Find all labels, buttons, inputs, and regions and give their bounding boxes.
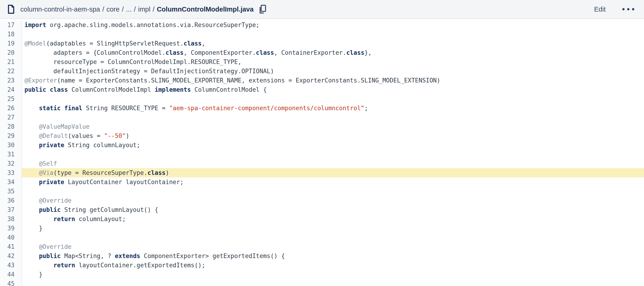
code-text: @Via(type = ResourceSuperType.class) (22, 168, 644, 178)
line-number[interactable]: 28 (0, 122, 22, 131)
code-text: static final String RESOURCE_TYPE = "aem… (22, 104, 644, 113)
code-line: 26 static final String RESOURCE_TYPE = "… (0, 104, 644, 113)
line-number[interactable]: 44 (0, 270, 22, 279)
line-number[interactable]: 33 (0, 168, 22, 178)
code-text: private LayoutContainer layoutContainer; (22, 178, 644, 187)
ellipsis-dot (632, 8, 634, 10)
code-text: @Override (22, 196, 644, 205)
breadcrumb-segment[interactable]: column-control-in-aem-spa (20, 6, 100, 13)
code-line: 44 } (0, 270, 644, 279)
breadcrumb-separator: / (120, 6, 126, 13)
breadcrumb-separator: / (100, 6, 106, 13)
code-text: } (22, 270, 644, 279)
code-text: public Map<String, ? extends ComponentEx… (22, 251, 644, 260)
breadcrumb-segment[interactable]: ... (126, 6, 132, 13)
code-line: 24public class ColumnControlModelImpl im… (0, 85, 644, 94)
line-number[interactable]: 42 (0, 251, 22, 260)
code-text: return columnLayout; (22, 214, 644, 224)
code-text (22, 94, 644, 104)
breadcrumb-filename: ColumnControlModelImpl.java (157, 6, 254, 13)
code-line: 38 return columnLayout; (0, 214, 644, 224)
ellipsis-dot (627, 8, 630, 10)
line-number[interactable]: 45 (0, 279, 22, 286)
code-line: 39 } (0, 224, 644, 233)
line-number[interactable]: 19 (0, 39, 22, 48)
line-number[interactable]: 31 (0, 150, 22, 159)
line-number[interactable]: 34 (0, 178, 22, 187)
breadcrumb-separator: / (132, 6, 138, 13)
breadcrumb-separator: / (150, 6, 157, 13)
code-text: resourceType = ColumnControlModelImpl.RE… (22, 57, 644, 66)
code-text (22, 150, 644, 159)
code-text (22, 113, 644, 122)
code-text: @Override (22, 242, 644, 251)
copy-path-icon[interactable] (258, 4, 267, 14)
code-text: @Exporter(name = ExporterConstants.SLING… (22, 76, 644, 85)
line-number[interactable]: 32 (0, 159, 22, 168)
line-number[interactable]: 17 (0, 20, 22, 30)
line-number[interactable]: 22 (0, 66, 22, 76)
line-number[interactable]: 38 (0, 214, 22, 224)
line-number[interactable]: 43 (0, 260, 22, 270)
code-line: 22 defaultInjectionStrategy = DefaultInj… (0, 66, 644, 76)
code-line: 36 @Override (0, 196, 644, 205)
more-options-button[interactable] (621, 6, 636, 13)
line-number[interactable]: 29 (0, 131, 22, 140)
code-text: defaultInjectionStrategy = DefaultInject… (22, 66, 644, 76)
line-number[interactable]: 35 (0, 187, 22, 196)
line-number[interactable]: 41 (0, 242, 22, 251)
code-text (22, 187, 644, 196)
line-number[interactable]: 18 (0, 30, 22, 39)
code-text: @Model(adaptables = SlingHttpServletRequ… (22, 39, 644, 48)
code-line: 34 private LayoutContainer layoutContain… (0, 178, 644, 187)
edit-button[interactable]: Edit (591, 3, 609, 16)
ellipsis-dot (622, 8, 624, 10)
line-number[interactable]: 24 (0, 85, 22, 94)
line-number[interactable]: 27 (0, 113, 22, 122)
code-line: 27 (0, 113, 644, 122)
line-number[interactable]: 23 (0, 76, 22, 85)
line-number[interactable]: 25 (0, 94, 22, 104)
code-line: 29 @Default(values = "--50") (0, 131, 644, 140)
code-line: 31 (0, 150, 644, 159)
code-line: 18 (0, 30, 644, 39)
code-line: 17import org.apache.sling.models.annotat… (0, 20, 644, 30)
header-actions: Edit (591, 3, 636, 16)
code-line: 20 adapters = {ColumnControlModel.class,… (0, 48, 644, 57)
code-text (22, 233, 644, 242)
code-view: 17import org.apache.sling.models.annotat… (0, 19, 644, 286)
line-number[interactable]: 21 (0, 57, 22, 66)
code-text (22, 279, 644, 286)
code-line: 25 (0, 94, 644, 104)
code-line-highlighted: 33 @Via(type = ResourceSuperType.class) (0, 168, 644, 178)
code-line: 45 (0, 279, 644, 286)
line-number[interactable]: 40 (0, 233, 22, 242)
line-number[interactable]: 37 (0, 205, 22, 214)
code-text: public String getColumnLayout() { (22, 205, 644, 214)
line-number[interactable]: 26 (0, 104, 22, 113)
code-line: 23@Exporter(name = ExporterConstants.SLI… (0, 76, 644, 85)
line-number[interactable]: 39 (0, 224, 22, 233)
code-line: 19@Model(adaptables = SlingHttpServletRe… (0, 39, 644, 48)
code-text: import org.apache.sling.models.annotatio… (22, 20, 644, 30)
code-text: adapters = {ColumnControlModel.class, Co… (22, 48, 644, 57)
code-line: 30 private String columnLayout; (0, 140, 644, 150)
code-line: 43 return layoutContainer.getExportedIte… (0, 260, 644, 270)
document-icon (7, 4, 15, 14)
code-line: 35 (0, 187, 644, 196)
code-text: @ValueMapValue (22, 122, 644, 131)
line-number[interactable]: 30 (0, 140, 22, 150)
breadcrumb-segment[interactable]: impl (138, 6, 150, 13)
breadcrumb-segment[interactable]: core (106, 6, 120, 13)
line-number[interactable]: 36 (0, 196, 22, 205)
code-text (22, 30, 644, 39)
code-text: @Self (22, 159, 644, 168)
code-line: 41 @Override (0, 242, 644, 251)
code-line: 21 resourceType = ColumnControlModelImpl… (0, 57, 644, 66)
code-line: 32 @Self (0, 159, 644, 168)
code-text: public class ColumnControlModelImpl impl… (22, 85, 644, 94)
code-text: return layoutContainer.getExportedItems(… (22, 260, 644, 270)
code-line: 28 @ValueMapValue (0, 122, 644, 131)
code-text: @Default(values = "--50") (22, 131, 644, 140)
line-number[interactable]: 20 (0, 48, 22, 57)
